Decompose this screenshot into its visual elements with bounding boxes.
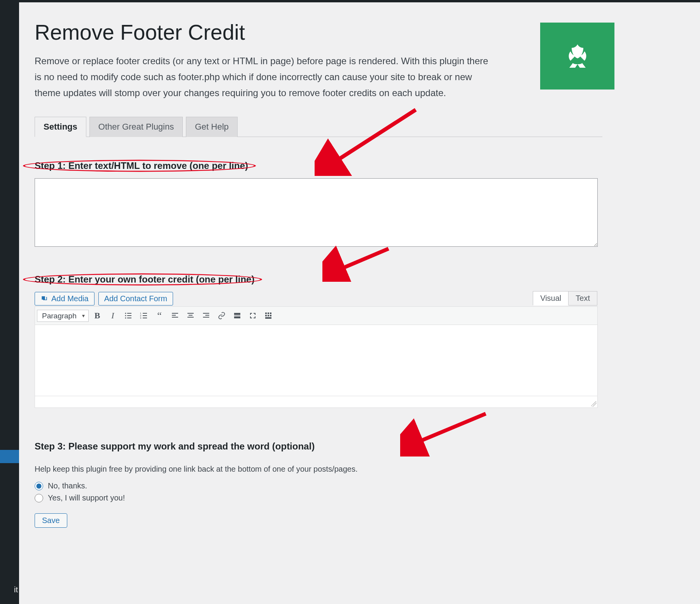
fullscreen-button[interactable] (246, 309, 260, 323)
main-content: Remove Footer Credit Remove or replace f… (19, 2, 700, 604)
step1-heading: Step 1: Enter text/HTML to remove (one p… (35, 160, 248, 171)
tab-bar: Settings Other Great Plugins Get Help (35, 116, 602, 137)
numbered-list-button[interactable]: 123 (137, 309, 151, 323)
svg-rect-29 (270, 313, 271, 314)
step3-subtext: Help keep this plugin free by providing … (35, 465, 602, 474)
svg-rect-32 (270, 315, 271, 316)
svg-line-1 (338, 249, 388, 270)
blockquote-button[interactable]: “ (152, 309, 166, 323)
annotation-arrow-3 (400, 410, 497, 457)
svg-point-7 (125, 318, 126, 319)
svg-point-2 (42, 297, 44, 298)
add-contact-form-button[interactable]: Add Contact Form (98, 292, 173, 306)
editor-statusbar (35, 396, 597, 407)
svg-rect-4 (127, 313, 131, 314)
plugin-logo (540, 23, 614, 90)
italic-button[interactable]: I (106, 309, 120, 323)
svg-rect-24 (234, 313, 240, 315)
bullet-list-button[interactable] (121, 309, 135, 323)
sidebar-item-label-fragment: it (0, 582, 19, 597)
editor-textarea[interactable] (35, 325, 597, 396)
toolbar-toggle-button[interactable] (261, 309, 275, 323)
support-label-yes[interactable]: Yes, I will support you! (48, 493, 125, 502)
svg-rect-15 (172, 313, 178, 314)
svg-rect-25 (234, 315, 240, 316)
align-right-button[interactable] (199, 309, 213, 323)
svg-rect-22 (205, 315, 209, 316)
svg-text:3: 3 (140, 317, 142, 319)
editor-tab-visual[interactable]: Visual (533, 291, 569, 306)
page-description: Remove or replace footer credits (or any… (35, 53, 494, 101)
editor-frame: Visual Text Paragraph B I 123 “ (35, 306, 598, 408)
admin-sidebar: it (0, 2, 19, 604)
sidebar-item-current[interactable] (0, 450, 19, 463)
step1-textarea[interactable] (35, 178, 598, 247)
svg-rect-30 (265, 315, 267, 316)
svg-rect-16 (172, 315, 176, 316)
svg-rect-10 (143, 313, 147, 314)
editor-toolbar: Paragraph B I 123 “ (35, 307, 597, 325)
step3-heading: Step 3: Please support my work and sprea… (35, 441, 315, 452)
tab-other-plugins[interactable]: Other Great Plugins (89, 117, 183, 137)
svg-rect-18 (187, 313, 194, 314)
step2-heading: Step 2: Enter your own footer credit (on… (35, 274, 254, 285)
svg-rect-31 (268, 315, 269, 316)
link-button[interactable] (215, 309, 229, 323)
svg-line-34 (416, 414, 486, 443)
tab-settings[interactable]: Settings (35, 117, 86, 137)
ribbon-icon (564, 42, 592, 70)
page-title: Remove Footer Credit (35, 20, 602, 45)
svg-rect-21 (203, 313, 209, 314)
svg-rect-14 (143, 318, 147, 318)
tab-get-help[interactable]: Get Help (186, 117, 238, 137)
svg-rect-6 (127, 315, 131, 316)
svg-rect-20 (187, 317, 194, 318)
annotation-arrow-2 (322, 243, 400, 282)
svg-rect-17 (172, 317, 178, 318)
save-button[interactable]: Save (35, 513, 67, 528)
svg-point-3 (125, 313, 126, 314)
svg-rect-33 (265, 317, 271, 319)
support-radio-yes[interactable] (35, 494, 43, 502)
media-icon (40, 295, 48, 303)
align-left-button[interactable] (168, 309, 182, 323)
bold-button[interactable]: B (90, 309, 104, 323)
add-media-button[interactable]: Add Media (35, 292, 94, 306)
svg-rect-19 (189, 315, 192, 316)
svg-rect-12 (143, 315, 147, 316)
editor-tab-text[interactable]: Text (568, 291, 597, 306)
format-select[interactable]: Paragraph (37, 310, 89, 322)
svg-rect-26 (234, 316, 240, 318)
svg-point-5 (125, 315, 126, 316)
svg-rect-23 (203, 317, 209, 318)
align-center-button[interactable] (184, 309, 198, 323)
svg-rect-8 (127, 318, 131, 318)
svg-rect-27 (265, 313, 267, 314)
support-radio-no[interactable] (35, 482, 43, 490)
svg-rect-28 (268, 313, 269, 314)
read-more-button[interactable] (230, 309, 244, 323)
support-label-no[interactable]: No, thanks. (48, 481, 87, 490)
